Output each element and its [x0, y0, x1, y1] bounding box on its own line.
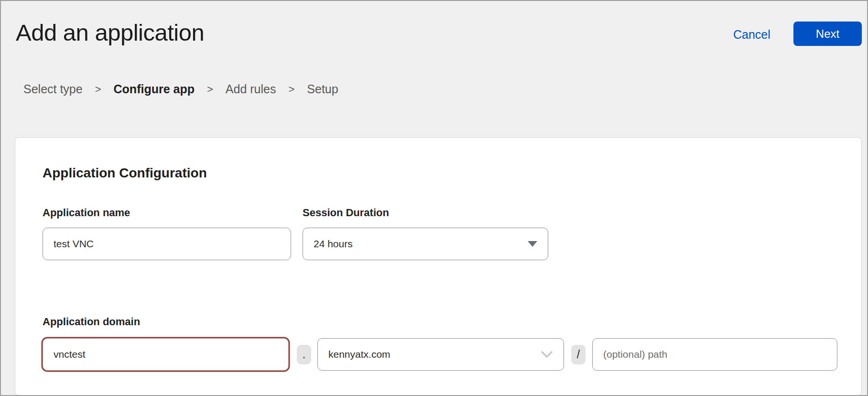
application-name-input[interactable]	[43, 228, 291, 260]
breadcrumb-step-add-rules[interactable]: Add rules	[226, 82, 276, 96]
dot-separator: .	[297, 345, 311, 364]
breadcrumb-separator-icon: >	[288, 83, 294, 96]
breadcrumb-step-configure-app[interactable]: Configure app	[114, 82, 195, 96]
section-title: Application Configuration	[43, 165, 207, 181]
application-configuration-card: Application Configuration Application na…	[15, 137, 862, 396]
application-domain-label: Application domain	[43, 316, 140, 328]
application-domain-row: . kennyatx.com /	[43, 338, 837, 371]
domain-select[interactable]: kennyatx.com	[317, 338, 564, 371]
breadcrumb-step-select-type[interactable]: Select type	[23, 82, 83, 96]
domain-select-value: kennyatx.com	[328, 349, 541, 360]
slash-separator: /	[571, 345, 586, 364]
add-application-page: Add an application Cancel Next Select ty…	[0, 0, 868, 396]
path-input[interactable]	[592, 338, 837, 371]
page-title: Add an application	[16, 19, 204, 46]
session-duration-select[interactable]: 24 hours	[303, 228, 548, 260]
dropdown-arrow-icon	[528, 241, 537, 247]
breadcrumb: Select type > Configure app > Add rules …	[23, 82, 338, 96]
next-button[interactable]: Next	[793, 22, 862, 46]
breadcrumb-separator-icon: >	[95, 83, 101, 96]
cancel-button[interactable]: Cancel	[733, 28, 770, 42]
application-name-label: Application name	[43, 207, 130, 219]
subdomain-input[interactable]	[43, 338, 289, 371]
session-duration-value: 24 hours	[314, 238, 528, 250]
breadcrumb-separator-icon: >	[207, 83, 213, 96]
chevron-down-icon	[541, 351, 553, 358]
breadcrumb-step-setup[interactable]: Setup	[307, 82, 338, 96]
session-duration-label: Session Duration	[303, 207, 389, 219]
